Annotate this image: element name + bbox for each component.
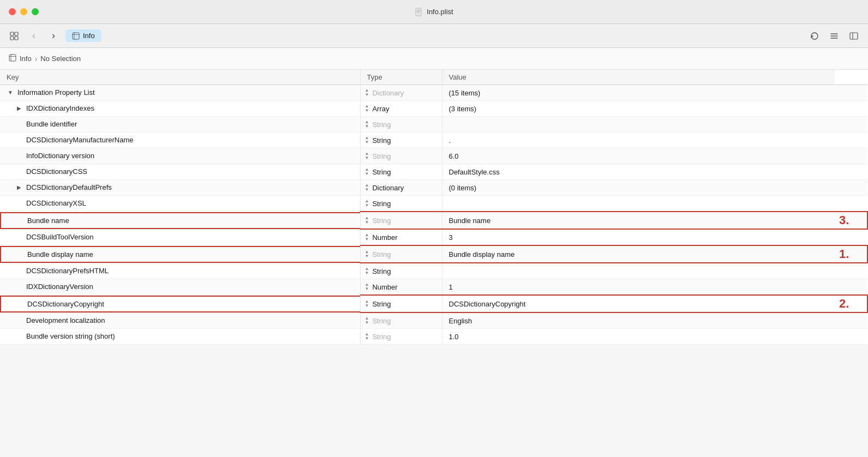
- value-cell: DCSDictionaryCopyright: [442, 295, 835, 312]
- type-stepper-icon[interactable]: ▲▼: [365, 267, 369, 275]
- key-text: Bundle version string (short): [26, 332, 115, 340]
- annotation-spacer: [835, 196, 867, 212]
- type-cell: ▲▼String: [360, 196, 442, 212]
- type-stepper-icon[interactable]: ▲▼: [365, 316, 369, 325]
- type-stepper-icon[interactable]: ▲▼: [365, 183, 369, 192]
- table-row[interactable]: Bundle display name▲▼StringBundle displa…: [0, 245, 867, 263]
- expand-icon[interactable]: ▶: [15, 184, 23, 190]
- type-stepper-icon[interactable]: ▲▼: [365, 282, 369, 291]
- back-button[interactable]: ‹: [26, 28, 41, 44]
- annotation-spacer: [835, 329, 867, 345]
- key-cell: DCSDictionaryPrefsHTML: [0, 263, 360, 278]
- type-header: Type: [360, 70, 442, 85]
- type-stepper-icon[interactable]: ▲▼: [365, 120, 369, 129]
- lines-button[interactable]: [827, 28, 842, 44]
- key-text: DCSDictionaryManufacturerName: [26, 136, 134, 144]
- type-stepper-icon[interactable]: ▲▼: [365, 152, 369, 160]
- type-cell: ▲▼String: [360, 245, 442, 263]
- key-text: DCSDictionaryXSL: [26, 199, 86, 207]
- type-stepper-icon[interactable]: ▲▼: [365, 199, 369, 208]
- table-row[interactable]: DCSBuildToolVersion▲▼Number3: [0, 229, 867, 245]
- value-text: 6.0: [449, 152, 459, 160]
- value-cell: (15 items): [442, 85, 835, 101]
- annotation-spacer: [835, 85, 867, 101]
- type-stepper-icon[interactable]: ▲▼: [365, 88, 369, 97]
- key-text: DCSBuildToolVersion: [26, 233, 94, 241]
- type-text: Dictionary: [372, 184, 404, 192]
- expand-icon[interactable]: ▶: [15, 105, 23, 111]
- annotation-td: 3.: [835, 212, 867, 229]
- svg-rect-2: [417, 11, 420, 11]
- table-row[interactable]: ▶DCSDictionaryDefaultPrefs▲▼Dictionary(0…: [0, 180, 867, 196]
- value-text: DefaultStyle.css: [449, 168, 500, 176]
- svg-rect-4: [10, 32, 14, 35]
- type-text: String: [372, 152, 391, 160]
- key-text: InfoDictionary version: [26, 152, 94, 160]
- type-text: String: [372, 168, 391, 176]
- annotation-td: 1.: [835, 245, 867, 263]
- table-row[interactable]: DCSDictionaryCopyright▲▼StringDCSDiction…: [0, 295, 867, 312]
- key-text: Development localization: [26, 316, 105, 324]
- table-row[interactable]: ▼Information Property List▲▼Dictionary(1…: [0, 85, 867, 101]
- type-text: Dictionary: [372, 89, 404, 97]
- key-cell: DCSDictionaryXSL: [0, 196, 360, 211]
- key-cell: ▶DCSDictionaryDefaultPrefs: [0, 180, 360, 195]
- type-stepper-icon[interactable]: ▲▼: [365, 233, 369, 242]
- type-stepper-icon[interactable]: ▲▼: [365, 167, 369, 176]
- key-cell: Bundle version string (short): [0, 329, 360, 344]
- minimize-button[interactable]: [20, 8, 27, 15]
- table-row[interactable]: Bundle identifier▲▼String: [0, 117, 867, 133]
- forward-button[interactable]: ›: [46, 28, 61, 44]
- type-text: String: [372, 250, 391, 258]
- type-stepper-icon[interactable]: ▲▼: [365, 332, 369, 341]
- value-cell: (0 items): [442, 180, 835, 196]
- value-cell: [442, 196, 835, 212]
- annotation-spacer: [835, 263, 867, 279]
- svg-rect-6: [10, 37, 14, 40]
- maximize-button[interactable]: [32, 8, 39, 15]
- type-stepper-icon[interactable]: ▲▼: [365, 299, 369, 308]
- type-stepper-icon[interactable]: ▲▼: [365, 104, 369, 113]
- table-row[interactable]: IDXDictionaryVersion▲▼Number1: [0, 279, 867, 296]
- table-row[interactable]: ▶IDXDictionaryIndexes▲▼Array(3 items): [0, 101, 867, 117]
- type-stepper-icon[interactable]: ▲▼: [365, 216, 369, 225]
- key-text: DCSDictionaryCSS: [26, 167, 87, 176]
- value-header: Value: [442, 70, 835, 85]
- breadcrumb-item1[interactable]: Info: [20, 55, 32, 63]
- breadcrumb-icon: [9, 54, 16, 63]
- type-stepper-icon[interactable]: ▲▼: [365, 250, 369, 258]
- expand-icon[interactable]: ▼: [7, 89, 14, 95]
- table-row[interactable]: DCSDictionaryCSS▲▼StringDefaultStyle.css: [0, 164, 867, 180]
- type-cell: ▲▼String: [360, 295, 442, 312]
- info-tab[interactable]: Info: [65, 29, 101, 42]
- table-row[interactable]: Development localization▲▼StringEnglish: [0, 312, 867, 329]
- annotation-spacer: [835, 180, 867, 196]
- table-row[interactable]: DCSDictionaryManufacturerName▲▼String.: [0, 133, 867, 148]
- annotation-spacer: [835, 101, 867, 117]
- type-text: String: [372, 136, 391, 145]
- table-row[interactable]: InfoDictionary version▲▼String6.0: [0, 148, 867, 164]
- table-container: Key Type Value ▼Information Property Lis…: [0, 70, 868, 345]
- type-text: String: [372, 121, 391, 129]
- table-row[interactable]: Bundle name▲▼StringBundle name3.: [0, 212, 867, 229]
- type-stepper-icon[interactable]: ▲▼: [365, 136, 369, 145]
- type-text: String: [372, 317, 391, 325]
- key-cell: Bundle display name: [0, 246, 360, 263]
- value-cell: [442, 263, 835, 279]
- key-cell: DCSDictionaryCSS: [0, 164, 360, 179]
- sidebar-toggle-button[interactable]: [846, 28, 861, 44]
- value-cell: DefaultStyle.css: [442, 164, 835, 180]
- value-text: (15 items): [449, 89, 481, 97]
- refresh-button[interactable]: [807, 28, 822, 44]
- table-row[interactable]: Bundle version string (short)▲▼String1.0: [0, 329, 867, 345]
- key-text: Bundle name: [27, 217, 69, 225]
- close-button[interactable]: [9, 8, 16, 15]
- table-row[interactable]: DCSDictionaryXSL▲▼String: [0, 196, 867, 212]
- table-header-row: Key Type Value: [0, 70, 867, 85]
- grid-view-button[interactable]: [7, 28, 22, 44]
- key-text: IDXDictionaryVersion: [26, 282, 93, 291]
- type-cell: ▲▼String: [360, 164, 442, 180]
- table-row[interactable]: DCSDictionaryPrefsHTML▲▼String: [0, 263, 867, 279]
- svg-rect-14: [850, 33, 858, 39]
- svg-rect-0: [416, 8, 421, 16]
